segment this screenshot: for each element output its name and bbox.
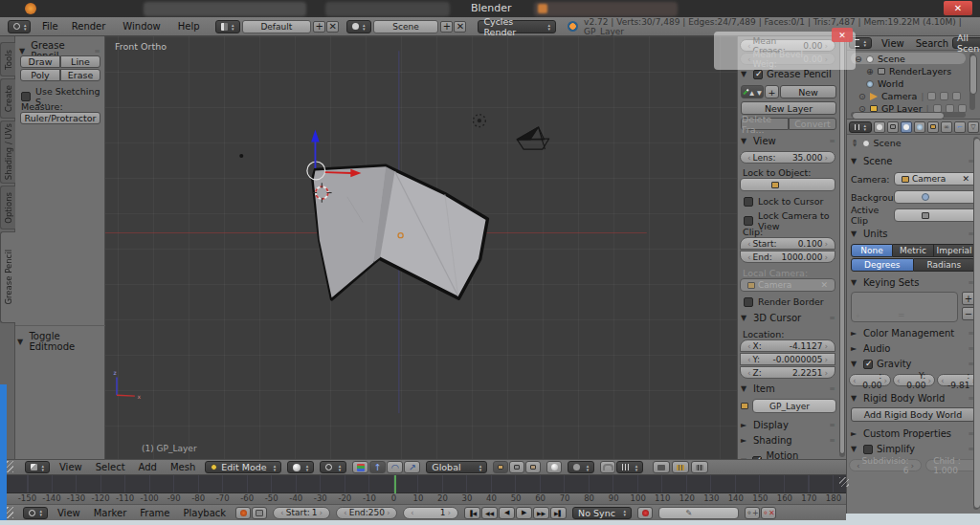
notification-close-button[interactable]: ✕ bbox=[832, 28, 853, 42]
tab-constraints-icon[interactable]: ∞ bbox=[941, 121, 952, 133]
cursor-x-field[interactable]: X:-4.1127 bbox=[740, 339, 835, 352]
gravity-x-field[interactable]: : 0.00 bbox=[849, 374, 891, 386]
erase-button[interactable]: Erase bbox=[60, 69, 100, 81]
cursor-z-field[interactable]: Z:2.2251 bbox=[740, 366, 835, 379]
unit-none-button[interactable]: None bbox=[851, 244, 893, 257]
next-keyframe-button[interactable]: ▶▶ bbox=[533, 507, 549, 519]
cursor-y-field[interactable]: Y:-0.0000005 bbox=[740, 353, 835, 365]
outliner-item-renderlayers[interactable]: ⊕RenderLayers bbox=[866, 65, 951, 77]
insert-keyframe-button[interactable]: ⚬+ bbox=[745, 507, 760, 519]
edge-select-button[interactable] bbox=[509, 461, 524, 473]
tab-tools[interactable]: Tools bbox=[0, 42, 15, 77]
window-close-button[interactable]: ✕ bbox=[944, 1, 972, 15]
custom-properties-panel-header[interactable]: ►Custom Properties≡ bbox=[851, 428, 975, 439]
delete-layout-button[interactable]: ✕ bbox=[326, 21, 339, 33]
view3d-add-menu[interactable]: Add bbox=[135, 462, 161, 472]
orientation-dropdown[interactable]: Global▴ ▾ bbox=[426, 461, 487, 473]
viewport-3d[interactable]: Front Ortho (1) GP_Layer bbox=[105, 36, 737, 459]
ruler-protractor-button[interactable]: Ruler/Protractor bbox=[20, 112, 100, 124]
unit-imperial-button[interactable]: Imperial bbox=[934, 244, 975, 257]
display-panel-header[interactable]: ►Display≡ bbox=[741, 420, 836, 430]
menu-help[interactable]: Help bbox=[174, 21, 204, 32]
scene-camera-field[interactable]: Camera✕ bbox=[894, 172, 977, 186]
mode-dropdown[interactable]: Edit Mode▴ ▾ bbox=[205, 461, 281, 473]
tab-render-icon[interactable] bbox=[874, 121, 885, 133]
tab-render-layers-icon[interactable] bbox=[887, 121, 899, 133]
delete-frame-button[interactable]: Delete Fra... bbox=[741, 118, 789, 130]
previous-keyframe-button[interactable]: ◀◀ bbox=[481, 507, 498, 519]
clear-icon[interactable]: ✕ bbox=[820, 280, 828, 290]
scale-manipulator-button[interactable]: ↗ bbox=[404, 461, 420, 473]
properties-corner-gripper[interactable] bbox=[839, 477, 849, 487]
proportional-edit-dropdown[interactable]: ▴ ▾ bbox=[568, 461, 594, 473]
render-border-checkbox[interactable]: Render Border bbox=[744, 296, 824, 307]
gp-new-button[interactable]: New bbox=[780, 85, 836, 98]
tab-scene-icon[interactable] bbox=[901, 121, 912, 133]
jump-to-start-button[interactable]: ▐◀ bbox=[464, 507, 480, 519]
gp-pencil-dropdown[interactable]: ▴ ▾ bbox=[741, 85, 764, 98]
tab-data-icon[interactable]: ▽ bbox=[968, 121, 979, 133]
timeline-marker-menu[interactable]: Marker bbox=[90, 508, 131, 518]
render-engine-selector[interactable]: Cycles Render▴ ▾ bbox=[478, 20, 556, 33]
delete-keyframe-button[interactable]: ⚬✕ bbox=[761, 507, 776, 519]
audio-panel-header[interactable]: ►Audio≡ bbox=[851, 343, 975, 354]
timeline-editor-selector[interactable]: ▴ ▾ bbox=[23, 507, 48, 519]
gravity-y-field[interactable]: Y: 0.00 bbox=[893, 374, 935, 386]
tab-world-icon[interactable] bbox=[914, 121, 925, 133]
rotate-manipulator-button[interactable]: ◠ bbox=[387, 461, 403, 473]
gp-panel-checkbox[interactable] bbox=[753, 70, 763, 79]
angle-unit-segment[interactable]: Degrees Radians bbox=[851, 258, 975, 272]
translate-manipulator-button[interactable]: ↑ bbox=[369, 461, 386, 473]
simplify-child-field[interactable]: Child : 1.000 bbox=[925, 459, 979, 471]
line-button[interactable]: Line bbox=[60, 55, 100, 68]
auto-keyframe-button[interactable] bbox=[235, 507, 251, 519]
poly-button[interactable]: Poly bbox=[20, 69, 60, 81]
menu-window[interactable]: Window bbox=[119, 21, 164, 32]
keying-sets-list[interactable]: ◦ = bbox=[851, 292, 958, 322]
view3d-editor-selector[interactable]: ▴ ▾ bbox=[25, 461, 50, 473]
scene-panel-header[interactable]: ▼Scene≡ bbox=[851, 156, 975, 166]
simplify-checkbox[interactable] bbox=[863, 445, 873, 454]
snap-element-dropdown[interactable]: ▴ ▾ bbox=[616, 461, 643, 473]
tab-shading-uvs[interactable]: Shading / UVs bbox=[0, 120, 15, 184]
clip-end-field[interactable]: End:1000.000 bbox=[740, 251, 835, 263]
restrict-render-icon[interactable] bbox=[952, 92, 961, 100]
tab-options[interactable]: Options bbox=[0, 186, 15, 230]
pivot-dropdown[interactable]: ▴ ▾ bbox=[320, 461, 346, 473]
keying-sets-panel-header[interactable]: ▼Keying Sets≡ bbox=[851, 277, 975, 288]
timeline-ruler[interactable]: -150-140-130-120-110-100-90-80-70-60-50-… bbox=[0, 493, 846, 505]
pin-icon[interactable]: ✎ bbox=[849, 137, 860, 148]
keyingset-lock-button[interactable] bbox=[252, 507, 267, 519]
unit-metric-button[interactable]: Metric bbox=[893, 244, 934, 257]
menu-file[interactable]: File bbox=[38, 21, 62, 32]
convert-button[interactable]: Convert bbox=[789, 118, 836, 130]
redo-panel-header[interactable]: ▼Toggle Editmode bbox=[17, 331, 103, 352]
opengl-render-anim-button[interactable] bbox=[672, 461, 689, 473]
outliner-view-menu[interactable]: View bbox=[878, 38, 908, 49]
frame-end-field[interactable]: End:250 bbox=[336, 507, 397, 519]
timeline-frame-menu[interactable]: Frame bbox=[136, 508, 173, 518]
scene-selector[interactable]: ▴ ▾ bbox=[346, 20, 371, 33]
play-button[interactable]: ▶ bbox=[516, 507, 532, 519]
view3d-select-menu[interactable]: Select bbox=[92, 462, 129, 472]
view-panel-header[interactable]: ▼View≡ bbox=[741, 136, 836, 146]
tab-grease-pencil[interactable]: Grease Pencil bbox=[0, 231, 15, 323]
current-frame-field[interactable]: 1 bbox=[403, 507, 458, 519]
degrees-button[interactable]: Degrees bbox=[851, 258, 914, 272]
active-clip-field[interactable] bbox=[894, 208, 977, 222]
menu-render[interactable]: Render bbox=[68, 21, 110, 32]
local-camera-field[interactable]: Camera✕ bbox=[740, 278, 835, 292]
timeline-playback-menu[interactable]: Playback bbox=[179, 508, 230, 518]
simplify-subdivision-field[interactable]: Subdivisio: 6 bbox=[849, 459, 922, 471]
shading-panel-header[interactable]: ►Shading≡ bbox=[741, 435, 836, 446]
outliner-filter-dropdown[interactable]: All Scenes bbox=[952, 37, 980, 49]
gp-panel-header[interactable]: ▼Grease Pencil bbox=[741, 69, 836, 79]
tab-object-icon[interactable] bbox=[927, 121, 939, 133]
face-select-button[interactable] bbox=[525, 461, 541, 473]
outliner-item-scene[interactable]: ⊖Scene bbox=[855, 53, 905, 65]
lock-object-field[interactable] bbox=[740, 178, 835, 191]
current-frame-line[interactable] bbox=[394, 475, 396, 493]
rigid-body-panel-header[interactable]: ▼Rigid Body World≡ bbox=[851, 393, 975, 404]
draw-button[interactable]: Draw bbox=[20, 55, 60, 68]
gravity-panel-header[interactable]: ▼Gravity≡ bbox=[851, 359, 975, 369]
